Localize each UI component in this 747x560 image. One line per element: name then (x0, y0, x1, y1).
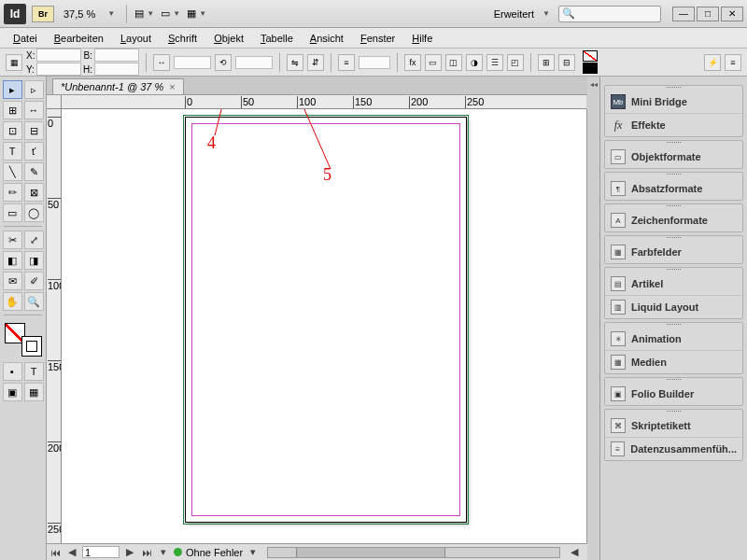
ellipse-tool[interactable]: ◯ (24, 203, 44, 222)
panel-item[interactable]: ⌘Skriptetikett (605, 414, 742, 437)
scale-x-icon[interactable]: ↔ (153, 54, 170, 71)
menu-hilfe[interactable]: Hilfe (404, 31, 440, 46)
prev-page-button[interactable]: ◀ (65, 546, 78, 558)
search-input[interactable]: 🔍 (558, 6, 661, 22)
menu-datei[interactable]: Datei (6, 31, 45, 46)
content-collector-tool[interactable]: ⊡ (3, 121, 22, 140)
apply-text-icon[interactable]: T (24, 362, 44, 381)
panel-item[interactable]: ▣Folio Builder (605, 383, 742, 405)
arrange-documents-button[interactable]: ▦▼ (188, 5, 208, 23)
direct-selection-tool[interactable]: ▹ (24, 80, 44, 99)
normal-view-icon[interactable]: ▣ (3, 383, 22, 401)
type-on-path-tool[interactable]: ť (24, 142, 44, 161)
stroke-field[interactable] (359, 56, 390, 69)
note-tool[interactable]: ✉ (3, 272, 22, 290)
apply-color-icon[interactable]: ▪ (3, 362, 22, 381)
quick-apply-icon[interactable]: ⚡ (704, 54, 721, 71)
screen-mode-button[interactable]: ▭▼ (162, 5, 182, 23)
rectangle-frame-tool[interactable]: ⊠ (24, 183, 44, 202)
close-button[interactable]: ✕ (721, 7, 743, 21)
panel-item[interactable]: ✳Animation (605, 328, 742, 350)
menu-tabelle[interactable]: Tabelle (253, 31, 301, 46)
collapse-dock-button[interactable]: ◂◂ (587, 77, 600, 560)
menu-schrift[interactable]: Schrift (161, 31, 204, 46)
stroke-black-icon[interactable] (583, 63, 598, 74)
w-field[interactable] (94, 49, 139, 62)
fill-stroke-swatches[interactable] (583, 50, 598, 74)
panel-item[interactable]: ▦Farbfelder (605, 241, 742, 263)
horizontal-ruler[interactable]: 0 50 100 150 200 250 (62, 95, 586, 109)
menu-bearbeiten[interactable]: Bearbeiten (47, 31, 111, 46)
scissors-tool[interactable]: ✂ (3, 231, 22, 249)
minimize-button[interactable]: — (672, 7, 695, 21)
bridge-button[interactable]: Br (32, 6, 54, 22)
gap-tool[interactable]: ↔ (24, 101, 44, 119)
page-menu-icon[interactable]: ▾ (157, 546, 170, 558)
wrap-jump-icon[interactable]: ☰ (486, 54, 503, 71)
view-options-button[interactable]: ▤▼ (135, 5, 156, 23)
panel-item[interactable]: ▥Liquid Layout (605, 295, 742, 318)
workspace-switcher[interactable]: Erweitert (494, 8, 534, 20)
panel-item[interactable]: MbMini Bridge (605, 91, 742, 113)
reference-point-icon[interactable]: ▦ (6, 54, 22, 71)
wrap-shape-icon[interactable]: ◑ (466, 54, 483, 71)
corner-options-icon[interactable]: ◰ (507, 54, 524, 71)
preflight-status[interactable]: Ohne Fehler (186, 547, 243, 558)
line-tool[interactable]: ╲ (3, 162, 22, 181)
type-tool[interactable]: T (3, 142, 22, 161)
page-tool[interactable]: ⊞ (3, 101, 22, 119)
tab-close-icon[interactable]: × (169, 81, 175, 92)
panel-item[interactable]: ≡Datenzusammenfüh... (605, 437, 742, 460)
menu-objekt[interactable]: Objekt (206, 31, 251, 46)
panel-item[interactable]: ▦Medien (605, 350, 742, 373)
stroke-proxy-icon[interactable] (21, 336, 42, 357)
menu-layout[interactable]: Layout (113, 31, 159, 46)
fill-stroke-proxy[interactable] (5, 323, 42, 357)
gradient-swatch-tool[interactable]: ◧ (3, 251, 22, 270)
panel-item[interactable]: ¶Absatzformate (605, 177, 742, 200)
last-page-button[interactable]: ⏭ (140, 547, 153, 558)
stroke-weight-icon[interactable]: ≡ (338, 54, 355, 71)
scale-x-field[interactable] (174, 56, 211, 69)
zoom-level[interactable]: 37,5 % (60, 8, 99, 20)
eyedropper-tool[interactable]: ✐ (24, 272, 44, 290)
wrap-bound-icon[interactable]: ◫ (445, 54, 462, 71)
panel-item[interactable]: fxEffekte (605, 113, 742, 136)
scroll-left-icon[interactable]: ◀ (568, 546, 581, 558)
gradient-feather-tool[interactable]: ◨ (24, 251, 44, 270)
rotate-icon[interactable]: ⟲ (215, 54, 232, 71)
menu-fenster[interactable]: Fenster (353, 31, 402, 46)
horizontal-scrollbar[interactable] (267, 547, 560, 558)
ruler-origin[interactable] (47, 95, 62, 109)
next-page-button[interactable]: ▶ (123, 546, 136, 558)
zoom-caret-icon[interactable]: ▼ (105, 9, 118, 18)
panel-item[interactable]: ▭Objektformate (605, 146, 742, 168)
menu-ansicht[interactable]: Ansicht (303, 31, 351, 46)
wrap-none-icon[interactable]: ▭ (425, 54, 442, 71)
workspace-caret-icon[interactable]: ▼ (540, 9, 553, 18)
panel-menu-icon[interactable]: ≡ (725, 54, 741, 71)
fill-none-icon[interactable] (583, 50, 598, 62)
document-tab[interactable]: *Unbenannt-1 @ 37 % × (52, 78, 184, 94)
x-field[interactable] (36, 49, 81, 62)
flip-h-icon[interactable]: ⇋ (287, 54, 303, 71)
hand-tool[interactable]: ✋ (3, 292, 22, 311)
panel-item[interactable]: AZeichenformate (605, 209, 742, 231)
distribute-icon[interactable]: ⊟ (558, 54, 575, 71)
rotate-field[interactable] (235, 56, 273, 69)
flip-v-icon[interactable]: ⇵ (307, 54, 324, 71)
zoom-tool[interactable]: 🔍 (24, 292, 44, 311)
preflight-menu-icon[interactable]: ▾ (247, 546, 260, 558)
page-number-field[interactable]: 1 (82, 546, 120, 558)
maximize-button[interactable]: □ (697, 7, 719, 21)
pen-tool[interactable]: ✎ (24, 162, 44, 181)
rectangle-tool[interactable]: ▭ (3, 203, 22, 222)
hscroll-thumb[interactable] (296, 548, 445, 557)
free-transform-tool[interactable]: ⤢ (24, 231, 44, 249)
align-icon[interactable]: ⊞ (538, 54, 555, 71)
y-field[interactable] (36, 63, 81, 76)
fx-icon[interactable]: fx (404, 54, 421, 71)
pencil-tool[interactable]: ✏ (3, 183, 22, 202)
content-placer-tool[interactable]: ⊟ (24, 121, 44, 140)
pasteboard[interactable]: 4 5 (62, 109, 586, 543)
